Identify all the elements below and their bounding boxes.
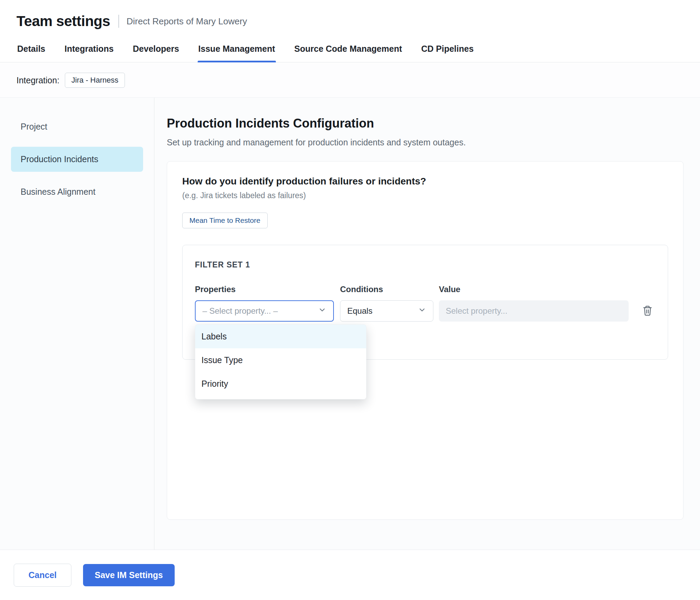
incidents-config-card: How do you identify production failures …: [167, 161, 684, 520]
dropdown-option-priority[interactable]: Priority: [195, 372, 366, 396]
tab-source-code-management[interactable]: Source Code Management: [294, 40, 403, 62]
cancel-button[interactable]: Cancel: [14, 564, 71, 587]
integration-row: Integration: Jira - Harness: [0, 62, 700, 97]
filter-column-labels: Properties Conditions Value: [195, 285, 655, 294]
delete-filter-button[interactable]: [640, 302, 655, 320]
sidebar-item-business-alignment[interactable]: Business Alignment: [11, 179, 143, 204]
dropdown-option-issue-type[interactable]: Issue Type: [195, 348, 366, 372]
save-im-settings-button[interactable]: Save IM Settings: [83, 564, 175, 586]
section-title: Production Incidents Configuration: [167, 116, 684, 131]
condition-select-value: Equals: [347, 306, 372, 316]
chevron-down-icon: [318, 306, 326, 316]
chevron-down-icon: [418, 306, 426, 316]
page-title: Team settings: [16, 13, 110, 29]
dropdown-option-labels[interactable]: Labels: [195, 325, 366, 348]
integration-label: Integration:: [16, 75, 59, 85]
filter-set-title: FILTER SET 1: [195, 260, 655, 269]
tab-integrations[interactable]: Integrations: [64, 40, 114, 62]
properties-column-label: Properties: [195, 285, 334, 294]
tab-bar: Details Integrations Developers Issue Ma…: [0, 38, 700, 62]
main-panel: Production Incidents Configuration Set u…: [154, 98, 700, 550]
page-subtitle: Direct Reports of Mary Lowery: [127, 16, 247, 27]
tab-cd-pipelines[interactable]: CD Pipelines: [421, 40, 475, 62]
settings-sidebar: Project Production Incidents Business Al…: [0, 98, 154, 550]
tab-developers[interactable]: Developers: [132, 40, 180, 62]
integration-chip: Jira - Harness: [65, 73, 125, 88]
trash-icon: [642, 305, 653, 317]
value-input[interactable]: [439, 300, 629, 322]
condition-select[interactable]: Equals: [340, 300, 433, 322]
tab-details[interactable]: Details: [16, 40, 46, 62]
question-heading: How do you identify production failures …: [182, 176, 668, 187]
section-subtitle: Set up tracking and management for produ…: [167, 137, 684, 147]
property-select[interactable]: – Select property... –: [195, 300, 334, 322]
value-column-label: Value: [439, 285, 629, 294]
property-select-value: – Select property... –: [202, 306, 278, 316]
conditions-column-label: Conditions: [340, 285, 433, 294]
sidebar-item-production-incidents[interactable]: Production Incidents: [11, 147, 143, 172]
sidebar-item-project[interactable]: Project: [11, 114, 143, 139]
content-area: Project Production Incidents Business Al…: [0, 97, 700, 550]
filter-controls-row: – Select property... – Equals: [195, 300, 655, 322]
property-dropdown: Labels Issue Type Priority: [195, 324, 366, 399]
footer-actions: Cancel Save IM Settings: [0, 550, 700, 600]
question-hint: (e.g. Jira tickets labeled as failures): [182, 191, 668, 200]
title-divider: [118, 15, 119, 28]
tab-issue-management[interactable]: Issue Management: [198, 40, 276, 62]
mean-time-to-restore-chip[interactable]: Mean Time to Restore: [182, 213, 268, 228]
filter-set-1: FILTER SET 1 Properties Conditions Value…: [182, 245, 668, 360]
page-header: Team settings Direct Reports of Mary Low…: [0, 0, 700, 38]
